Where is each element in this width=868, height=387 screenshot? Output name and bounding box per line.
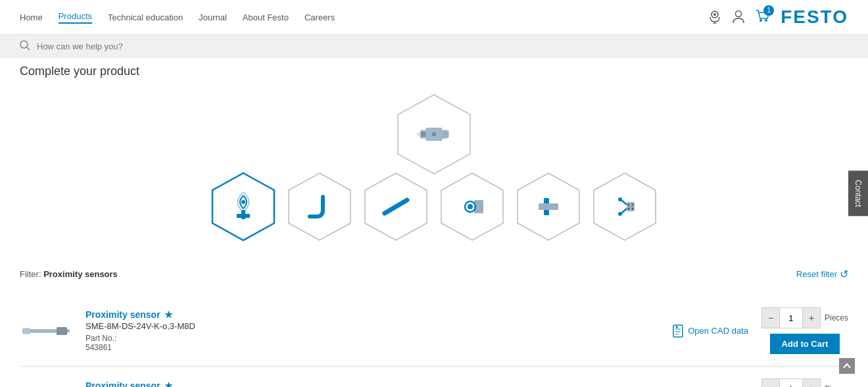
hex-connector[interactable] (589, 170, 661, 243)
filter-value: Proximity sensors (43, 269, 118, 279)
hex-sensor[interactable] (207, 170, 279, 243)
hex-tube[interactable] (360, 170, 432, 243)
qty-increase-1[interactable]: + (803, 308, 820, 328)
svg-point-3 (713, 13, 716, 16)
search-bar (0, 35, 868, 58)
search-input[interactable] (37, 41, 848, 51)
section-title: Complete your product (20, 64, 848, 78)
nav-careers[interactable]: Careers (304, 13, 335, 22)
svg-point-36 (632, 204, 634, 206)
cart-badge: 1 (763, 5, 774, 16)
product-item-2: Proximity sensor ★ SMT-8M-A-PS-24V-E-o,3… (20, 367, 848, 387)
svg-line-39 (621, 200, 627, 205)
svg-point-6 (765, 19, 767, 22)
svg-point-35 (628, 204, 630, 206)
qty-increase-2[interactable]: + (803, 379, 820, 387)
svg-line-8 (27, 47, 30, 51)
filter-label: Filter: Proximity sensors (20, 269, 118, 279)
product-item: Proximity sensor ★ SME-8M-DS-24V-K-o,3-M… (20, 296, 848, 367)
svg-point-42 (618, 212, 622, 216)
main-content: Complete your product (0, 58, 868, 387)
product-part-label-1: Part No.: (85, 334, 606, 343)
cad-link-1[interactable]: Open CAD data (672, 324, 748, 338)
svg-point-14 (432, 132, 437, 137)
user-button[interactable] (732, 9, 745, 26)
svg-point-19 (241, 200, 245, 204)
svg-point-38 (632, 208, 634, 210)
product-actions-1: − + Pieces Add to Cart (761, 307, 848, 354)
qty-control-1: − + (761, 307, 821, 328)
nav-technical-education[interactable]: Technical education (108, 13, 183, 22)
search-icon (20, 40, 30, 53)
svg-rect-18 (237, 214, 250, 218)
product-part-number-1: 543861 (85, 343, 606, 352)
hex-tubing[interactable] (283, 170, 356, 243)
svg-point-4 (736, 11, 742, 16)
svg-point-37 (628, 208, 630, 210)
svg-marker-50 (676, 326, 679, 328)
product-actions-2: − + Pieces Add to Cart (761, 378, 848, 387)
svg-rect-44 (57, 327, 67, 335)
svg-rect-34 (627, 202, 635, 211)
qty-input-1[interactable] (779, 308, 803, 328)
qty-decrease-2[interactable]: − (762, 379, 779, 387)
header-icons: 1 FESTO (708, 7, 848, 28)
reset-filter-button[interactable]: Reset filter ↺ (796, 268, 848, 280)
qty-control-2: − + (761, 378, 821, 387)
nav-products[interactable]: Products (59, 11, 92, 24)
product-info-1: Proximity sensor ★ SME-8M-DS-24V-K-o,3-M… (85, 309, 606, 352)
star-icon-2: ★ (164, 380, 173, 387)
product-name-2[interactable]: Proximity sensor ★ (85, 380, 606, 387)
svg-rect-13 (443, 131, 449, 138)
product-info-2: Proximity sensor ★ SMT-8M-A-PS-24V-E-o,3… (85, 380, 606, 387)
header: Home Products Technical education Journa… (0, 0, 868, 35)
star-icon-1: ★ (164, 309, 173, 320)
filter-bar: Filter: Proximity sensors Reset filter ↺ (20, 263, 848, 286)
hex-valve[interactable] (436, 170, 508, 243)
product-list: Proximity sensor ★ SME-8M-DS-24V-K-o,3-M… (20, 296, 848, 387)
product-name-1[interactable]: Proximity sensor ★ (85, 309, 606, 320)
qty-input-2[interactable] (779, 379, 803, 387)
svg-line-40 (621, 209, 627, 213)
svg-rect-15 (418, 133, 421, 135)
nav-about-festo[interactable]: About Festo (243, 13, 289, 22)
svg-point-5 (760, 19, 762, 22)
hex-area (20, 91, 848, 243)
festo-logo: FESTO (781, 7, 848, 28)
cart-button[interactable]: 1 (756, 9, 770, 26)
main-nav: Home Products Technical education Journa… (20, 11, 335, 24)
hex-bottom-row (205, 170, 663, 243)
hex-main-product[interactable] (391, 91, 477, 177)
svg-line-22 (385, 200, 407, 213)
pieces-label-1: Pieces (825, 313, 848, 322)
qty-decrease-1[interactable]: − (762, 308, 779, 328)
product-image-1 (20, 315, 72, 348)
nav-journal[interactable]: Journal (199, 13, 227, 22)
reset-icon: ↺ (840, 268, 848, 280)
scroll-up-button[interactable] (839, 358, 855, 374)
svg-point-26 (468, 204, 473, 209)
svg-rect-28 (539, 203, 558, 210)
hex-top-row (389, 91, 479, 177)
pieces-label-2: Pieces (825, 384, 848, 387)
svg-point-41 (618, 197, 622, 201)
cad-label-1: Open CAD data (688, 326, 748, 336)
product-model-1: SME-8M-DS-24V-K-o,3-M8D (85, 321, 606, 331)
nav-home[interactable]: Home (20, 13, 43, 22)
hex-fitting[interactable] (512, 170, 585, 243)
svg-rect-12 (420, 132, 425, 137)
mic-button[interactable] (708, 9, 721, 26)
contact-sidebar-button[interactable]: Contact (848, 170, 868, 216)
svg-point-7 (20, 41, 28, 48)
svg-rect-45 (22, 328, 30, 334)
add-to-cart-button-1[interactable]: Add to Cart (770, 334, 840, 354)
